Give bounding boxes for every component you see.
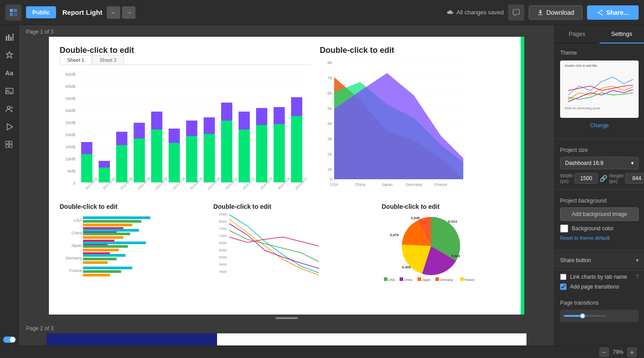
sidebar-item-text[interactable]: Aa (2, 65, 17, 81)
svg-text:USA: USA (74, 218, 82, 223)
page1-canvas[interactable]: Double-click to edit Sheet 1 Sheet 2 45M… (49, 37, 524, 315)
svg-rect-118 (83, 229, 139, 232)
svg-rect-44 (81, 142, 92, 154)
svg-rect-11 (8, 35, 9, 41)
share-chevron-icon: ▾ (636, 257, 639, 263)
tab-settings[interactable]: Settings (600, 25, 644, 43)
topbar-left (5, 4, 22, 21)
svg-text:France: France (465, 278, 474, 281)
height-input[interactable] (625, 173, 644, 184)
top-charts-row: Double-click to edit Sheet 1 Sheet 2 45M… (60, 46, 513, 194)
saved-text: All changes saved (457, 9, 504, 16)
svg-rect-4 (538, 14, 543, 15)
svg-text:Germany: Germany (405, 182, 422, 187)
svg-rect-3 (14, 13, 17, 16)
page1-wrapper: Double-click to edit Sheet 1 Sheet 2 45M… (19, 37, 554, 315)
svg-rect-51 (151, 129, 162, 182)
svg-text:China: China (71, 231, 82, 235)
public-button[interactable]: Public (26, 6, 56, 18)
project-size-select[interactable]: Dashboard 16:9 ▾ (560, 157, 639, 169)
svg-text:Japan: Japan (422, 278, 431, 282)
sidebar-item-grid[interactable] (2, 137, 17, 152)
chart4-title: Double-click to edit (213, 203, 374, 210)
change-theme-button[interactable]: Change (560, 121, 639, 133)
share-icon (597, 9, 603, 16)
svg-point-17 (11, 107, 13, 108)
link-charts-row: Link charts by tab name ? (560, 274, 639, 280)
svg-point-5 (601, 10, 603, 11)
add-background-button[interactable]: Add background image (560, 207, 639, 221)
share-button-section[interactable]: Share button ▾ (555, 253, 644, 268)
theme-thumb-title: Double-click to add title (562, 62, 637, 68)
line-chart-block[interactable]: Double-click to edit 8500 8000 7500 7000… (213, 203, 374, 284)
pie-chart-svg: 8,313 5,943 5,495 3,378 2,648 USA China (382, 210, 480, 282)
svg-text:4000: 4000 (131, 276, 139, 277)
svg-text:Germany: Germany (278, 276, 292, 277)
download-button[interactable]: Download (529, 5, 583, 20)
svg-rect-0 (10, 9, 13, 12)
svg-text:40M$: 40M$ (65, 84, 75, 89)
svg-rect-129 (83, 261, 108, 264)
sidebar-item-pin[interactable] (2, 47, 17, 63)
sidebar-item-users[interactable] (2, 101, 17, 116)
comment-button[interactable] (508, 4, 524, 21)
link-charts-checkbox[interactable] (560, 274, 566, 280)
area-chart-block[interactable]: Double-click to edit 8K 7K 6K 5K 4K 3K 2… (320, 46, 513, 194)
svg-rect-124 (83, 245, 128, 248)
add-transitions-label: Add page transitions (570, 284, 619, 290)
svg-text:2,648: 2,648 (411, 216, 420, 220)
theme-mini-chart (562, 68, 637, 104)
svg-rect-59 (221, 121, 232, 182)
transitions-control[interactable] (560, 310, 639, 322)
sidebar-item-play[interactable] (2, 119, 17, 134)
svg-marker-18 (7, 124, 13, 130)
svg-rect-52 (151, 112, 162, 129)
zoom-plus-button[interactable]: + (627, 347, 637, 357)
grid-toggle[interactable] (3, 336, 16, 343)
link-charts-label: Link charts by tab name (570, 274, 627, 280)
svg-rect-160 (400, 277, 403, 281)
zoom-minus-button[interactable]: − (599, 347, 609, 357)
bar-chart-svg: 45M$ 40M$ 35M$ 30M$ 25M$ 20M$ 15M$ 10M$ … (60, 67, 311, 192)
theme-quote: Write an interesting quote (562, 106, 637, 111)
page-transitions-label: Page transitions (560, 300, 639, 306)
project-size-value: Dashboard 16:9 (565, 160, 603, 166)
svg-text:0: 0 (330, 177, 332, 181)
svg-rect-65 (274, 124, 285, 182)
canvas-area[interactable]: Page 1 of 3 Double-click to edit Sheet 1… (19, 25, 554, 358)
sheet1-tab[interactable]: Sheet 1 (60, 55, 92, 65)
redo-button[interactable]: → (122, 6, 135, 19)
tab-pages[interactable]: Pages (555, 25, 600, 43)
sidebar-item-charts[interactable] (2, 30, 17, 45)
svg-text:Germany: Germany (440, 278, 453, 282)
color-swatch[interactable] (560, 224, 568, 233)
share-button[interactable]: Share... (587, 5, 639, 20)
svg-text:5,943: 5,943 (451, 254, 461, 258)
svg-rect-125 (83, 249, 119, 251)
svg-text:8000: 8000 (219, 220, 227, 224)
reset-theme-link[interactable]: Reset to theme default (560, 235, 639, 241)
width-input[interactable] (574, 173, 598, 184)
svg-text:3,378: 3,378 (390, 233, 399, 237)
project-size-label: Project size (560, 147, 639, 153)
svg-rect-114 (83, 220, 141, 223)
link-charts-help-icon[interactable]: ? (635, 274, 639, 280)
line-chart-svg: 8500 8000 7500 7000 6500 6000 5500 5000 … (213, 210, 330, 277)
left-sidebar: Aa Grid (0, 25, 19, 358)
undo-button[interactable]: ← (107, 6, 120, 19)
sidebar-item-image[interactable] (2, 83, 17, 99)
svg-rect-19 (6, 141, 9, 144)
nav-buttons: ← → (107, 6, 135, 19)
sheet2-tab[interactable]: Sheet 2 (92, 55, 124, 65)
svg-rect-54 (169, 129, 180, 143)
bar-chart-block[interactable]: Double-click to edit Sheet 1 Sheet 2 45M… (60, 46, 311, 194)
svg-text:8K: 8K (327, 60, 332, 65)
add-transitions-checkbox[interactable] (560, 284, 566, 290)
hbar-chart-block[interactable]: Double-click to edit USA China Japan Ger… (60, 203, 206, 284)
svg-text:6000: 6000 (219, 248, 227, 252)
theme-thumbnail[interactable]: Double-click to add title Write an inter… (560, 60, 639, 118)
svg-text:1K: 1K (327, 167, 332, 172)
pie-chart-block[interactable]: Double-click to edit (382, 203, 513, 284)
slider-handle[interactable] (580, 313, 585, 319)
svg-rect-47 (116, 145, 127, 182)
